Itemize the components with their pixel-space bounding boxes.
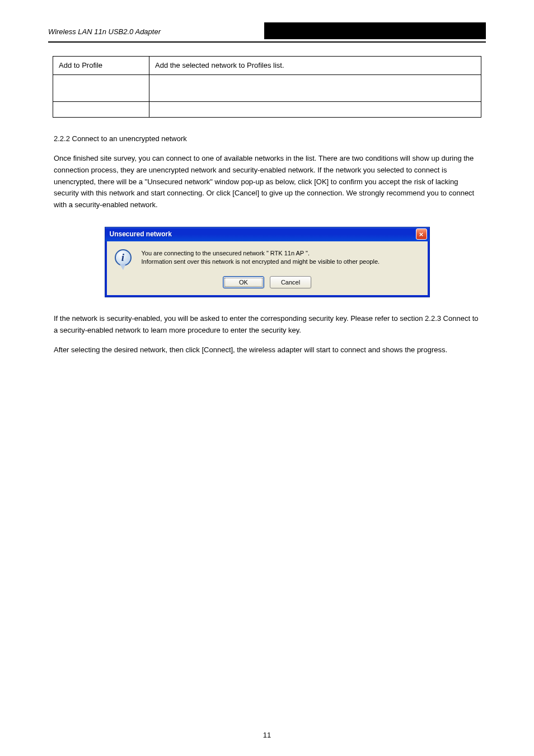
dialog-message: You are connecting to the unsecured netw…	[142, 249, 380, 266]
close-button[interactable]: ×	[416, 228, 427, 240]
table-row	[53, 102, 481, 118]
info-icon: i	[115, 249, 134, 268]
table-row	[53, 75, 481, 102]
ok-button[interactable]: OK	[223, 276, 264, 288]
param-name	[53, 102, 149, 118]
page-number: 11	[0, 731, 534, 739]
body-paragraph: If the network is security-enabled, you …	[54, 313, 480, 337]
close-icon: ×	[419, 231, 424, 238]
unsecured-network-dialog: Unsecured network × i You are connecting…	[105, 227, 430, 297]
dialog-title: Unsecured network	[110, 230, 416, 238]
param-name	[53, 75, 149, 102]
cancel-button[interactable]: Cancel	[270, 276, 311, 288]
param-name: Add to Profile	[53, 57, 149, 75]
table-row: Add to Profile Add the selected network …	[53, 57, 481, 75]
header-divider	[48, 41, 486, 43]
body-paragraph: Once finished site survey, you can conne…	[54, 153, 480, 211]
section-heading: 2.2.2 Connect to an unencrypted network	[54, 133, 480, 145]
param-desc: Add the selected network to Profiles lis…	[149, 57, 481, 75]
body-paragraph: After selecting the desired network, the…	[54, 344, 480, 356]
param-desc	[149, 102, 481, 118]
param-desc	[149, 75, 481, 102]
parameter-table: Add to Profile Add the selected network …	[53, 56, 481, 118]
doc-header-blackbar	[264, 22, 486, 39]
dialog-titlebar: Unsecured network ×	[105, 227, 429, 241]
doc-header-left: Wireless LAN 11n USB2.0 Adapter	[48, 27, 264, 39]
